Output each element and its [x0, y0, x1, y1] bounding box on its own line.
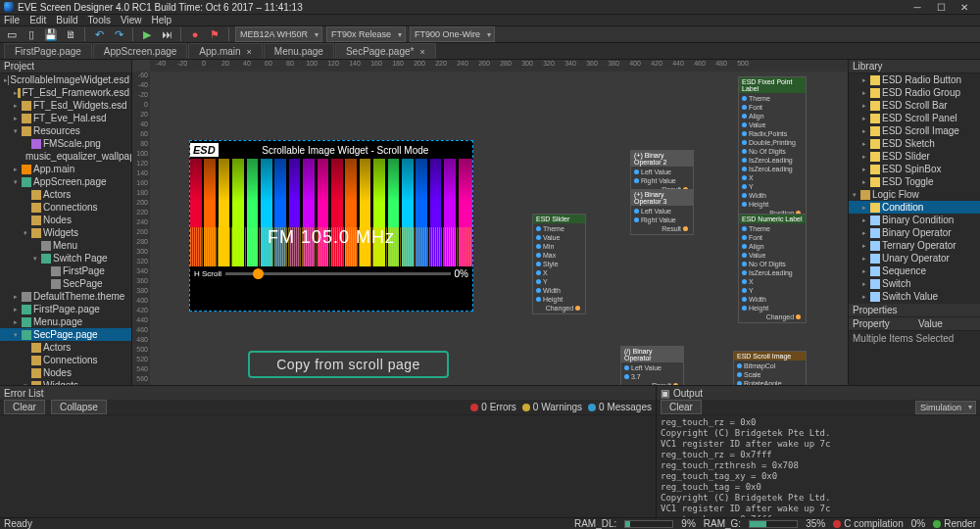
output-clear-button[interactable]: Clear: [661, 400, 702, 414]
node-scroll-image[interactable]: ESD Scroll Image BitmapColScaleRotateAng…: [733, 351, 807, 385]
tree-item[interactable]: ▸Binary Operator: [849, 226, 980, 239]
expand-icon[interactable]: ▸: [862, 226, 870, 239]
tree-item[interactable]: ▾Logic Flow: [849, 188, 980, 201]
expand-icon[interactable]: ▸: [14, 99, 22, 112]
tree-item[interactable]: ▸FT_Esd_Framework.esd: [0, 86, 131, 99]
collapse-button[interactable]: Collapse: [51, 400, 107, 414]
node-esd-slider[interactable]: ESD Slider ThemeValueMinMaxStyleXYWidthH…: [532, 214, 586, 314]
tab[interactable]: App.main×: [188, 43, 263, 59]
expand-icon[interactable]: ▾: [24, 226, 31, 239]
messages-count[interactable]: 0 Messages: [588, 402, 652, 412]
expand-icon[interactable]: ▸: [14, 163, 22, 175]
tree-item[interactable]: ▸Switch Value: [849, 290, 980, 303]
maximize-button[interactable]: ☐: [929, 0, 953, 14]
tab-close-icon[interactable]: ×: [247, 47, 252, 57]
node-graph[interactable]: ESD Fixed Point Label ThemeFontAlignValu…: [503, 72, 848, 385]
clear-button[interactable]: Clear: [4, 400, 45, 414]
slider-thumb[interactable]: [253, 268, 264, 279]
expand-icon[interactable]: ▸: [862, 201, 870, 214]
expand-icon[interactable]: ▸: [862, 124, 870, 137]
menu-file[interactable]: File: [4, 15, 20, 25]
tree-item[interactable]: music_equalizer_wallpaper.jpg: [0, 150, 131, 163]
tree-item[interactable]: Nodes: [0, 214, 131, 226]
tab[interactable]: AppScreen.page: [93, 43, 188, 59]
tree-item[interactable]: SecPage: [0, 277, 131, 290]
expand-icon[interactable]: ▾: [14, 124, 22, 137]
tree-item[interactable]: ▸ESD Scroll Panel: [849, 112, 980, 124]
errors-count[interactable]: 0 Errors: [470, 402, 516, 412]
expand-icon[interactable]: ▸: [14, 303, 22, 315]
tree-item[interactable]: ▾Resources: [0, 124, 131, 137]
close-button[interactable]: ✕: [953, 0, 976, 14]
tree-item[interactable]: ▸DefaultTheme.theme: [0, 290, 131, 303]
tree-item[interactable]: ▸Switch: [849, 277, 980, 290]
tree-item[interactable]: ▸ESD Radio Button: [849, 73, 980, 86]
saveall-icon[interactable]: 🗎: [63, 26, 78, 42]
tree-item[interactable]: ▸FT_Esd_Widgets.esd: [0, 99, 131, 112]
expand-icon[interactable]: ▸: [862, 163, 870, 175]
tab[interactable]: FirstPage.page: [4, 43, 92, 59]
tree-item[interactable]: Nodes: [0, 366, 131, 379]
redo-icon[interactable]: ↷: [111, 26, 126, 42]
tab-close-icon[interactable]: ×: [419, 47, 424, 57]
menu-tools[interactable]: Tools: [88, 15, 111, 25]
expand-icon[interactable]: ▸: [862, 150, 870, 163]
minimize-button[interactable]: ─: [906, 0, 929, 14]
tree-item[interactable]: ▾AppScreen.page: [0, 175, 131, 188]
library-tree[interactable]: ▸ESD Radio Button▸ESD Radio Group▸ESD Sc…: [849, 73, 980, 304]
tree-item[interactable]: Connections: [0, 354, 131, 366]
tree-item[interactable]: ▸FirstPage.page: [0, 303, 131, 315]
expand-icon[interactable]: ▸: [862, 290, 870, 303]
tree-item[interactable]: ▸Ternary Operator: [849, 239, 980, 252]
new-icon[interactable]: ▭: [4, 26, 20, 42]
tree-item[interactable]: ▸ESD SpinBox: [849, 163, 980, 175]
tree-item[interactable]: ▾SecPage.page: [0, 328, 131, 341]
menu-build[interactable]: Build: [56, 15, 77, 25]
expand-icon[interactable]: ▸: [862, 137, 870, 150]
save-icon[interactable]: 💾: [43, 26, 59, 42]
expand-icon[interactable]: ▾: [14, 328, 22, 341]
tree-item[interactable]: ▸ESD Toggle: [849, 175, 980, 188]
tree-item[interactable]: ▸App.main: [0, 163, 131, 175]
expand-icon[interactable]: ▸: [862, 264, 870, 277]
tree-item[interactable]: ▸Menu.page: [0, 315, 131, 328]
expand-icon[interactable]: ▸: [862, 86, 870, 99]
tree-item[interactable]: ▸ESD Scroll Image: [849, 124, 980, 137]
tree-item[interactable]: Connections: [0, 201, 131, 214]
node-fixed-point-label[interactable]: ESD Fixed Point Label ThemeFontAlignValu…: [738, 76, 807, 219]
expand-icon[interactable]: ▸: [862, 112, 870, 124]
expand-icon[interactable]: ▸: [14, 315, 22, 328]
record-icon[interactable]: ●: [187, 26, 203, 42]
tree-item[interactable]: ▸Sequence: [849, 264, 980, 277]
tree-item[interactable]: ▾Switch Page: [0, 252, 131, 264]
expand-icon[interactable]: ▸: [862, 277, 870, 290]
node-numeric-label[interactable]: ESD Numeric Label ThemeFontAlignValueNo …: [738, 214, 807, 323]
expand-icon[interactable]: ▸: [14, 290, 22, 303]
output-mode-combo[interactable]: Simulation: [915, 401, 976, 414]
tree-item[interactable]: ▸ESD Radio Group: [849, 86, 980, 99]
expand-icon[interactable]: ▸: [862, 73, 870, 86]
open-icon[interactable]: ▯: [24, 26, 39, 42]
tree-item[interactable]: ▸Condition: [849, 201, 980, 214]
tab[interactable]: Menu.page: [264, 43, 334, 59]
warnings-count[interactable]: 0 Warnings: [522, 402, 582, 412]
step-icon[interactable]: ⏭: [159, 26, 174, 42]
canvas-inner[interactable]: ESD Scrollable Image Widget - Scroll Mod…: [150, 72, 848, 385]
tab[interactable]: SecPage.page*×: [335, 43, 436, 59]
expand-icon[interactable]: ▸: [862, 99, 870, 112]
expand-icon[interactable]: ▾: [33, 252, 41, 264]
hscroll-slider[interactable]: [225, 272, 451, 275]
build-combo[interactable]: FT90x Release: [326, 26, 406, 42]
expand-icon[interactable]: ▾: [14, 175, 22, 188]
canvas[interactable]: -40-200204060801001201401601802002202402…: [132, 60, 848, 385]
target-combo[interactable]: FT900 One-Wire: [410, 26, 495, 42]
tree-item[interactable]: ▸FT_Eve_Hal.esd: [0, 112, 131, 124]
run-icon[interactable]: ▶: [139, 26, 155, 42]
tree-item[interactable]: ▸ScrollableImageWidget.esd: [0, 73, 131, 86]
expand-icon[interactable]: ▸: [862, 252, 870, 264]
expand-icon[interactable]: ▸: [14, 112, 22, 124]
tree-item[interactable]: FirstPage: [0, 264, 131, 277]
node-binary-op-div[interactable]: (/) Binary Operator Left Value3.7Result: [620, 346, 684, 385]
board-combo[interactable]: MEB12A WH50R: [235, 26, 322, 42]
tree-item[interactable]: ▾Widgets: [0, 226, 131, 239]
